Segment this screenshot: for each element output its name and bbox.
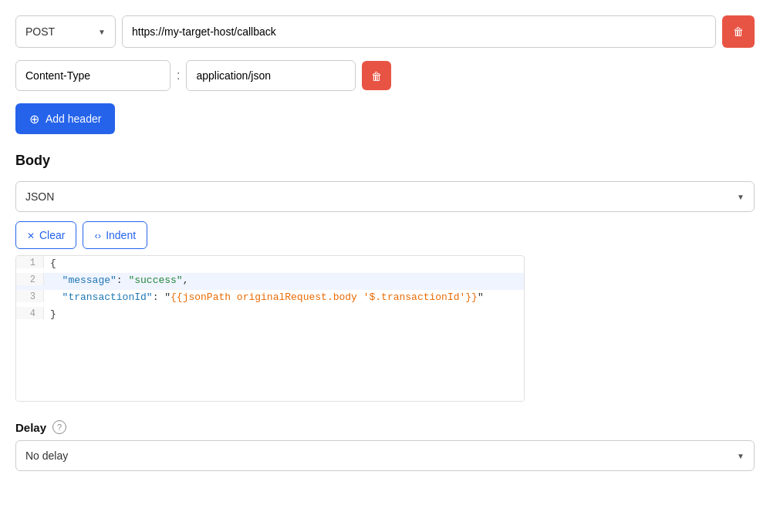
line-content-4: } xyxy=(50,307,56,322)
code-line-4: 4 } xyxy=(16,307,524,324)
line-content-2: "message": "success", xyxy=(50,273,188,288)
line-number-4: 4 xyxy=(16,307,44,319)
line-number-3: 3 xyxy=(16,290,44,302)
trash-icon xyxy=(733,25,744,39)
body-section-title: Body xyxy=(15,153,755,169)
delay-select[interactable]: No delay ▼ xyxy=(15,440,755,471)
x-icon xyxy=(27,229,35,241)
delete-header-button[interactable] xyxy=(362,61,391,90)
delay-section: Delay ? No delay ▼ xyxy=(15,420,755,471)
code-editor[interactable]: 1 { 2 "message": "success", 3 "transacti… xyxy=(15,255,525,402)
delete-url-button[interactable] xyxy=(722,15,755,48)
code-editor-empty-space[interactable] xyxy=(16,324,524,401)
header-row: : xyxy=(15,60,755,91)
method-select[interactable]: POST ▼ xyxy=(15,15,116,48)
code-line-1: 1 { xyxy=(16,256,524,273)
line-content-3: "transactionId": "{{jsonPath originalReq… xyxy=(50,290,484,305)
line-content-1: { xyxy=(50,256,56,271)
header-separator: : xyxy=(177,69,180,82)
delay-label: Delay xyxy=(15,421,46,434)
delay-chevron-icon: ▼ xyxy=(737,452,745,460)
code-line-2: 2 "message": "success", xyxy=(16,273,524,290)
clear-label: Clear xyxy=(39,229,65,241)
help-icon[interactable]: ? xyxy=(52,420,66,434)
body-format-chevron-icon: ▼ xyxy=(737,193,745,201)
body-toolbar: Clear Indent xyxy=(15,221,755,249)
add-header-button[interactable]: Add header xyxy=(15,103,115,134)
body-format-value: JSON xyxy=(25,190,54,203)
indent-button[interactable]: Indent xyxy=(83,221,147,249)
clear-button[interactable]: Clear xyxy=(15,221,76,249)
line-number-2: 2 xyxy=(16,273,44,285)
url-row: POST ▼ xyxy=(15,15,755,48)
indent-label: Indent xyxy=(106,229,136,241)
body-format-select[interactable]: JSON ▼ xyxy=(15,181,755,212)
delay-label-row: Delay ? xyxy=(15,420,755,434)
header-value-input[interactable] xyxy=(186,60,356,91)
method-chevron-icon: ▼ xyxy=(98,28,106,36)
code-angle-icon xyxy=(94,229,101,241)
trash-icon-sm xyxy=(371,69,382,82)
line-number-1: 1 xyxy=(16,256,44,268)
url-input[interactable] xyxy=(122,15,716,48)
method-value: POST xyxy=(25,25,55,38)
code-line-3: 3 "transactionId": "{{jsonPath originalR… xyxy=(16,290,524,307)
delay-value: No delay xyxy=(25,450,68,462)
header-key-input[interactable] xyxy=(15,60,171,91)
plus-circle-icon xyxy=(29,112,39,126)
add-header-label: Add header xyxy=(46,113,101,125)
